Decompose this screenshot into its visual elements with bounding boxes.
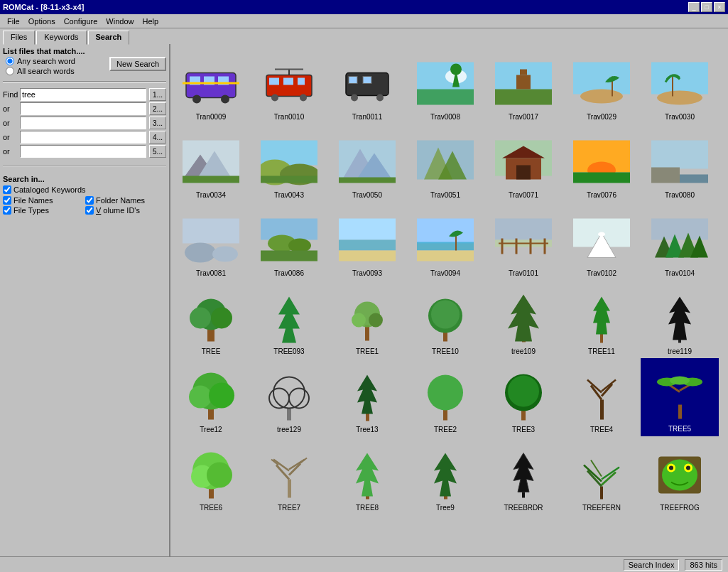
radio-any-word[interactable]: Any search word: [6, 57, 75, 65]
image-cell-tree6[interactable]: TREE6: [172, 436, 250, 514]
or-input-1[interactable]: [20, 102, 146, 115]
image-cell-trav0050[interactable]: Trav0050: [328, 124, 406, 202]
svg-point-90: [190, 307, 211, 328]
cell-label: TREE11: [564, 347, 639, 355]
image-cell-tree11[interactable]: TREE11: [563, 280, 641, 358]
svg-point-18: [351, 94, 358, 101]
cell-image: [491, 289, 555, 346]
image-cell-tree093[interactable]: TREE093: [250, 280, 328, 358]
image-cell-tree119[interactable]: tree119: [641, 280, 719, 358]
menu-file[interactable]: File: [3, 16, 24, 26]
image-cell-tree109[interactable]: tree109: [484, 280, 563, 358]
image-cell-tree5[interactable]: TREE5: [641, 358, 719, 436]
image-cell-tree2[interactable]: TREE2: [406, 358, 484, 436]
image-cell-tree129[interactable]: tree129: [250, 358, 328, 436]
tab-keywords[interactable]: Keywords: [36, 31, 86, 45]
cell-label: tree129: [251, 426, 327, 433]
find-row: Find 1...: [3, 88, 166, 101]
find-input[interactable]: [20, 88, 146, 101]
new-search-button[interactable]: New Search: [109, 57, 166, 71]
cell-image: [648, 446, 712, 502]
image-cell-trav0102[interactable]: Trav0102: [563, 202, 641, 280]
image-cell-trav0101[interactable]: Trav0101: [484, 202, 563, 280]
image-cell-tree1[interactable]: TREE1: [328, 280, 406, 358]
menu-configure[interactable]: Configure: [60, 16, 102, 26]
cell-label: Trav0008: [408, 113, 483, 121]
cell-image: [335, 367, 399, 424]
image-cell-tree3[interactable]: TREE3: [484, 358, 563, 436]
window-controls[interactable]: _ □ ×: [688, 2, 725, 12]
image-cell-trav0094[interactable]: Trav0094: [406, 202, 484, 280]
image-cell-treefern[interactable]: TREEFERN: [563, 436, 641, 514]
cell-image: [570, 289, 634, 346]
image-cell-treebrdr[interactable]: TREEBRDR: [484, 436, 563, 514]
or-input-3[interactable]: [20, 131, 146, 144]
image-cell-tran0010[interactable]: Tran0010: [250, 45, 328, 124]
close-button[interactable]: ×: [714, 2, 725, 12]
cell-label: Trav0101: [486, 269, 561, 277]
or-btn-5[interactable]: 5...: [149, 145, 166, 158]
image-cell-tree7[interactable]: TREE7: [250, 436, 328, 514]
or-label-1: or: [3, 104, 17, 113]
cell-label: Trav0034: [173, 191, 249, 199]
image-cell-tree13[interactable]: Tree13: [328, 358, 406, 436]
cell-image: [257, 446, 321, 502]
image-cell-tree[interactable]: TREE: [172, 280, 250, 358]
tab-files[interactable]: Files: [3, 31, 35, 45]
or-btn-2[interactable]: 2...: [149, 102, 166, 115]
svg-marker-146: [434, 453, 457, 496]
image-cell-treefrog[interactable]: TREEFROG: [641, 436, 719, 514]
menu-options[interactable]: Options: [24, 16, 60, 26]
radio-all-words[interactable]: All search words: [6, 67, 75, 75]
image-cell-tree12[interactable]: Tree12: [172, 358, 250, 436]
image-cell-trav0076[interactable]: Trav0076: [563, 124, 641, 202]
image-cell-tree4[interactable]: TREE4: [563, 358, 641, 436]
svg-rect-121: [600, 399, 604, 419]
check-filenames[interactable]: File Names: [3, 196, 84, 205]
or-btn-3[interactable]: 3...: [149, 117, 166, 129]
restore-button[interactable]: □: [701, 2, 712, 12]
image-cell-trav0043[interactable]: Trav0043: [250, 124, 328, 202]
image-cell-trav0104[interactable]: Trav0104: [641, 202, 719, 280]
image-cell-trav0093[interactable]: Trav0093: [328, 202, 406, 280]
image-cell-tree9[interactable]: Tree9: [406, 436, 484, 514]
cell-image: [491, 133, 555, 190]
menu-help[interactable]: Help: [138, 16, 163, 26]
image-cell-tree10[interactable]: TREE10: [406, 280, 484, 358]
image-cell-trav0030[interactable]: Trav0030: [641, 45, 719, 124]
image-cell-trav0081[interactable]: Trav0081: [172, 202, 250, 280]
image-cell-tran0009[interactable]: Tran0009: [172, 45, 250, 124]
check-filetypes[interactable]: File Types: [3, 206, 84, 215]
cell-label: TREE10: [408, 347, 483, 355]
cell-image: [491, 367, 555, 424]
or-input-2[interactable]: [20, 117, 146, 129]
or-label-3: or: [3, 133, 17, 141]
image-cell-trav0080[interactable]: Trav0080: [641, 124, 719, 202]
find-btn-1[interactable]: 1...: [149, 88, 166, 101]
image-cell-trav0051[interactable]: Trav0051: [406, 124, 484, 202]
or-input-4[interactable]: [20, 145, 146, 158]
image-cell-trav0017[interactable]: Trav0017: [484, 45, 563, 124]
cell-image: [648, 289, 712, 346]
check-cataloged[interactable]: Cataloged Keywords: [3, 185, 166, 194]
svg-rect-17: [363, 76, 371, 83]
menu-window[interactable]: Window: [102, 16, 138, 26]
svg-rect-88: [207, 328, 214, 341]
cell-image: [413, 55, 477, 112]
image-cell-trav0034[interactable]: Trav0034: [172, 124, 250, 202]
cell-label: tree119: [642, 347, 717, 355]
image-cell-trav0008[interactable]: Trav0008: [406, 45, 484, 124]
svg-rect-37: [183, 176, 239, 183]
image-grid-container[interactable]: Tran0009Tran0010Tran0011Trav0008Trav0017…: [170, 44, 728, 556]
tab-search[interactable]: Search: [88, 31, 130, 45]
minimize-button[interactable]: _: [688, 2, 700, 12]
or-btn-4[interactable]: 4...: [149, 131, 166, 144]
image-cell-tran0011[interactable]: Tran0011: [328, 45, 406, 124]
image-cell-trav0086[interactable]: Trav0086: [250, 202, 328, 280]
image-cell-tree8[interactable]: TREE8: [328, 436, 406, 514]
cell-image: [257, 367, 321, 424]
image-cell-trav0071[interactable]: Trav0071: [484, 124, 563, 202]
check-volumeids[interactable]: Volume ID's: [85, 206, 166, 215]
check-foldernames[interactable]: Folder Names: [85, 196, 166, 205]
image-cell-trav0029[interactable]: Trav0029: [563, 45, 641, 124]
